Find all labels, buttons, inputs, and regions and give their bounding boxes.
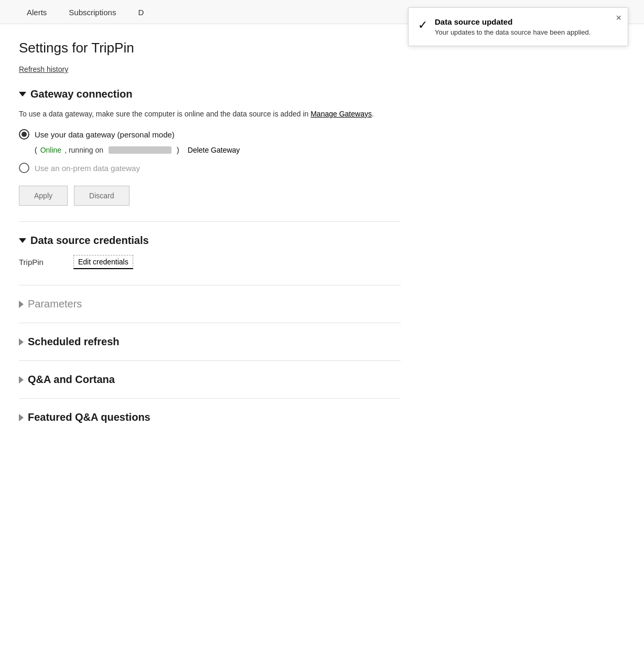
manage-gateways-link[interactable]: Manage Gateways — [310, 110, 372, 118]
divider-3 — [19, 323, 401, 323]
featured-qa-header[interactable]: Featured Q&A questions — [19, 411, 401, 423]
credentials-section-header[interactable]: Data source credentials — [19, 235, 401, 247]
gateway-button-row: Apply Discard — [19, 186, 401, 206]
divider-5 — [19, 398, 401, 399]
toast-close-button[interactable]: × — [616, 13, 621, 23]
qa-cortana-chevron-right-icon — [19, 376, 24, 384]
parameters-section-header[interactable]: Parameters — [19, 298, 401, 310]
featured-qa-title: Featured Q&A questions — [28, 411, 151, 423]
radio-onprem-mode[interactable]: Use an on-prem data gateway — [19, 163, 401, 173]
credentials-trippin-label: TripPin — [19, 258, 61, 267]
gateway-description: To use a data gateway, make sure the com… — [19, 109, 401, 120]
radio-personal-mode-label: Use your data gateway (personal mode) — [35, 130, 175, 139]
gateway-radio-group: Use your data gateway (personal mode) ( … — [19, 129, 401, 173]
divider-1 — [19, 221, 401, 222]
gateway-chevron-down-icon — [19, 92, 26, 97]
parameters-section: Parameters — [19, 298, 401, 310]
radio-onprem-mode-input[interactable] — [19, 163, 29, 173]
scheduled-refresh-header[interactable]: Scheduled refresh — [19, 336, 401, 348]
gateway-machine-name-redacted — [109, 146, 171, 154]
toast-message: Your updates to the data source have bee… — [435, 28, 617, 36]
toast-title: Data source updated — [435, 17, 617, 26]
credentials-row: TripPin Edit credentials — [19, 255, 401, 269]
parameters-section-title: Parameters — [28, 298, 82, 310]
scheduled-refresh-section: Scheduled refresh — [19, 336, 401, 348]
gateway-connection-section: Gateway connection To use a data gateway… — [19, 88, 401, 206]
featured-qa-section: Featured Q&A questions — [19, 411, 401, 423]
qa-cortana-section: Q&A and Cortana — [19, 374, 401, 386]
radio-onprem-mode-label: Use an on-prem data gateway — [35, 164, 140, 173]
tab-d[interactable]: D — [127, 0, 155, 24]
credentials-chevron-down-icon — [19, 238, 26, 243]
page-title: Settings for TripPin — [19, 40, 401, 56]
gateway-section-title: Gateway connection — [30, 88, 133, 100]
featured-qa-chevron-right-icon — [19, 414, 24, 421]
gateway-status-line: ( Online , running on ) Delete Gateway — [35, 146, 401, 154]
divider-4 — [19, 360, 401, 361]
scheduled-refresh-chevron-right-icon — [19, 338, 24, 346]
qa-cortana-title: Q&A and Cortana — [28, 374, 115, 386]
radio-personal-mode-input[interactable] — [19, 129, 29, 140]
delete-gateway-link[interactable]: Delete Gateway — [188, 146, 240, 154]
refresh-history-link[interactable]: Refresh history — [19, 65, 68, 73]
main-content: Settings for TripPin Refresh history Gat… — [0, 24, 420, 457]
gateway-status-online: Online — [40, 146, 61, 154]
parameters-chevron-right-icon — [19, 301, 24, 308]
discard-button[interactable]: Discard — [74, 186, 129, 206]
apply-button[interactable]: Apply — [19, 186, 68, 206]
toast-notification: ✓ Data source updated Your updates to th… — [408, 7, 628, 46]
qa-cortana-header[interactable]: Q&A and Cortana — [19, 374, 401, 386]
credentials-section-title: Data source credentials — [30, 235, 149, 247]
radio-personal-mode[interactable]: Use your data gateway (personal mode) — [19, 129, 401, 140]
gateway-status-running-prefix: , running on — [65, 146, 103, 154]
scheduled-refresh-title: Scheduled refresh — [28, 336, 120, 348]
tab-subscriptions[interactable]: Subscriptions — [58, 0, 127, 24]
tab-alerts[interactable]: Alerts — [16, 0, 58, 24]
gateway-connection-header[interactable]: Gateway connection — [19, 88, 401, 100]
toast-content: Data source updated Your updates to the … — [435, 17, 617, 36]
checkmark-icon: ✓ — [418, 18, 427, 32]
credentials-section: Data source credentials TripPin Edit cre… — [19, 235, 401, 269]
edit-credentials-link[interactable]: Edit credentials — [73, 255, 133, 269]
divider-2 — [19, 285, 401, 285]
